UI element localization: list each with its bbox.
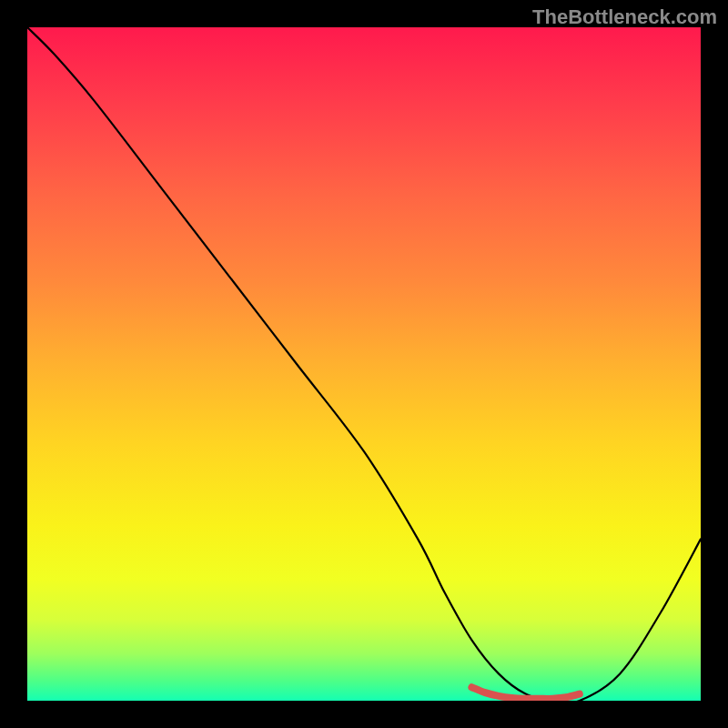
- gradient-plot-area: [27, 27, 701, 701]
- watermark-text: TheBottleneck.com: [532, 5, 717, 29]
- chart-container: TheBottleneck.com: [0, 0, 728, 728]
